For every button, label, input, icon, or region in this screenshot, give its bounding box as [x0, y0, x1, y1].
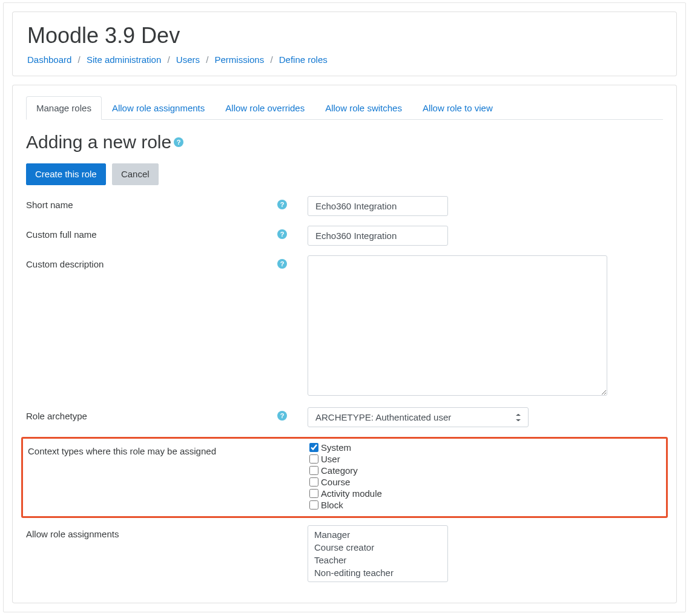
breadcrumb-sep: / — [266, 54, 276, 65]
breadcrumb-sep: / — [163, 54, 173, 65]
checkbox-label: Activity module — [321, 488, 382, 499]
row-fullname: Custom full name ? — [26, 226, 663, 246]
cancel-button[interactable]: Cancel — [112, 163, 159, 185]
breadcrumb: Dashboard / Site administration / Users … — [27, 54, 662, 65]
checkbox-label: Category — [321, 465, 358, 476]
context-option-user[interactable]: User — [309, 454, 661, 464]
breadcrumb-sep: / — [74, 54, 84, 65]
assign-option[interactable]: Course creator — [312, 541, 444, 554]
tab-allow-role-to-view[interactable]: Allow role to view — [412, 96, 503, 120]
header-card: Moodle 3.9 Dev Dashboard / Site administ… — [12, 11, 677, 76]
row-shortname: Short name ? — [26, 196, 663, 216]
label-archetype: Role archetype — [26, 411, 87, 421]
breadcrumb-link[interactable]: Users — [176, 54, 200, 65]
checkbox-label: Course — [321, 477, 350, 487]
breadcrumb-sep: / — [202, 54, 212, 65]
row-context-types: Context types where this role may be ass… — [28, 442, 661, 511]
label-shortname: Short name — [26, 200, 73, 210]
checkbox-system[interactable] — [309, 443, 318, 452]
row-archetype: Role archetype ? ARCHETYPE: Authenticate… — [26, 407, 663, 427]
context-types-highlight: Context types where this role may be ass… — [21, 437, 668, 518]
checkbox-course[interactable] — [309, 477, 318, 487]
page-heading-text: Adding a new role — [26, 132, 171, 152]
description-textarea[interactable] — [308, 255, 607, 396]
help-icon[interactable]: ? — [277, 200, 287, 209]
assign-option[interactable]: Manager — [312, 528, 444, 541]
context-option-system[interactable]: System — [309, 442, 661, 453]
checkbox-user[interactable] — [309, 454, 318, 464]
page-heading: Adding a new role ? — [26, 132, 663, 152]
archetype-select[interactable]: ARCHETYPE: Authenticated user — [308, 407, 529, 427]
create-role-button[interactable]: Create this role — [26, 163, 106, 185]
context-option-course[interactable]: Course — [309, 477, 661, 487]
nav-tabs: Manage roles Allow role assignments Allo… — [26, 96, 663, 120]
checkbox-category[interactable] — [309, 466, 318, 475]
tab-allow-role-switches[interactable]: Allow role switches — [315, 96, 412, 120]
help-icon[interactable]: ? — [277, 411, 287, 421]
label-fullname: Custom full name — [26, 229, 97, 240]
main-card: Manage roles Allow role assignments Allo… — [12, 85, 677, 603]
row-allow-assignments: Allow role assignments Manager Course cr… — [26, 525, 663, 582]
label-allow-assignments: Allow role assignments — [26, 529, 119, 539]
fullname-input[interactable] — [308, 226, 448, 246]
breadcrumb-link[interactable]: Permissions — [215, 54, 265, 65]
allow-assignments-select[interactable]: Manager Course creator Teacher Non-editi… — [308, 525, 448, 582]
assign-option[interactable]: Non-editing teacher — [312, 566, 444, 579]
label-context-types: Context types where this role may be ass… — [28, 446, 216, 456]
checkbox-block[interactable] — [309, 500, 318, 510]
help-icon[interactable]: ? — [277, 229, 287, 239]
shortname-input[interactable] — [308, 196, 448, 216]
row-description: Custom description ? — [26, 255, 663, 398]
button-row: Create this role Cancel — [26, 163, 663, 185]
context-option-activity-module[interactable]: Activity module — [309, 488, 661, 499]
checkbox-activity-module[interactable] — [309, 489, 318, 498]
checkbox-label: Block — [321, 500, 343, 510]
context-option-block[interactable]: Block — [309, 500, 661, 510]
label-description: Custom description — [26, 259, 104, 269]
breadcrumb-link[interactable]: Dashboard — [27, 54, 71, 65]
breadcrumb-link[interactable]: Define roles — [279, 54, 328, 65]
context-option-category[interactable]: Category — [309, 465, 661, 476]
tab-allow-role-assignments[interactable]: Allow role assignments — [102, 96, 215, 120]
assign-option[interactable]: Teacher — [312, 554, 444, 566]
help-icon[interactable]: ? — [174, 137, 183, 147]
breadcrumb-link[interactable]: Site administration — [87, 54, 161, 65]
site-title: Moodle 3.9 Dev — [27, 23, 662, 48]
checkbox-label: User — [321, 454, 340, 464]
tab-allow-role-overrides[interactable]: Allow role overrides — [215, 96, 315, 120]
tab-manage-roles[interactable]: Manage roles — [26, 96, 102, 120]
help-icon[interactable]: ? — [277, 259, 287, 269]
checkbox-label: System — [321, 442, 351, 453]
